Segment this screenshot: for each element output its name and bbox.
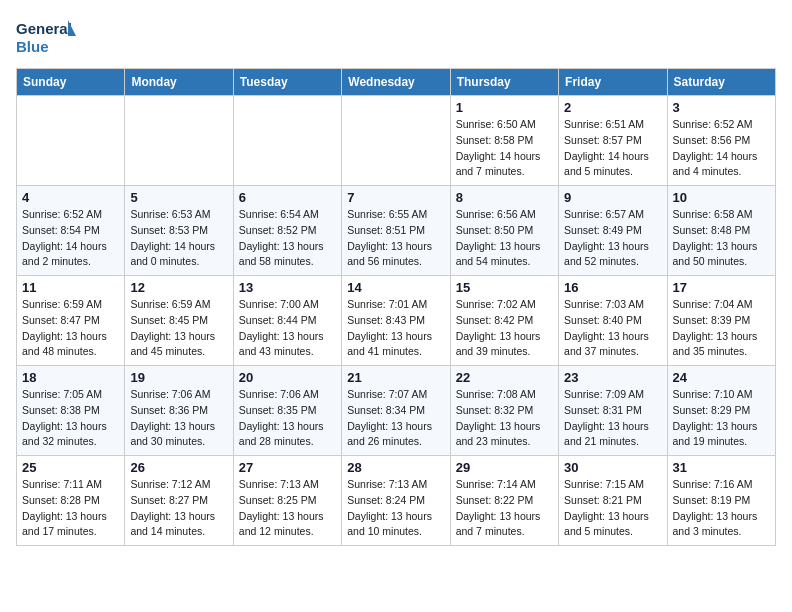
calendar-cell: 25Sunrise: 7:11 AMSunset: 8:28 PMDayligh… [17,456,125,546]
calendar-cell: 21Sunrise: 7:07 AMSunset: 8:34 PMDayligh… [342,366,450,456]
svg-text:General: General [16,20,72,37]
svg-text:Blue: Blue [16,38,49,55]
day-number: 21 [347,370,444,385]
calendar-cell: 16Sunrise: 7:03 AMSunset: 8:40 PMDayligh… [559,276,667,366]
calendar-cell: 27Sunrise: 7:13 AMSunset: 8:25 PMDayligh… [233,456,341,546]
day-number: 19 [130,370,227,385]
calendar-cell: 7Sunrise: 6:55 AMSunset: 8:51 PMDaylight… [342,186,450,276]
logo-icon: GeneralBlue [16,16,76,60]
calendar-cell: 4Sunrise: 6:52 AMSunset: 8:54 PMDaylight… [17,186,125,276]
day-number: 31 [673,460,770,475]
day-number: 24 [673,370,770,385]
day-number: 7 [347,190,444,205]
day-number: 4 [22,190,119,205]
calendar-cell: 18Sunrise: 7:05 AMSunset: 8:38 PMDayligh… [17,366,125,456]
day-number: 29 [456,460,553,475]
calendar-cell: 5Sunrise: 6:53 AMSunset: 8:53 PMDaylight… [125,186,233,276]
day-number: 10 [673,190,770,205]
day-number: 16 [564,280,661,295]
day-number: 11 [22,280,119,295]
day-number: 15 [456,280,553,295]
day-info: Sunrise: 6:50 AMSunset: 8:58 PMDaylight:… [456,117,553,180]
day-info: Sunrise: 7:06 AMSunset: 8:36 PMDaylight:… [130,387,227,450]
day-info: Sunrise: 7:15 AMSunset: 8:21 PMDaylight:… [564,477,661,540]
day-info: Sunrise: 7:16 AMSunset: 8:19 PMDaylight:… [673,477,770,540]
calendar-week-row: 1Sunrise: 6:50 AMSunset: 8:58 PMDaylight… [17,96,776,186]
day-info: Sunrise: 7:03 AMSunset: 8:40 PMDaylight:… [564,297,661,360]
day-info: Sunrise: 7:12 AMSunset: 8:27 PMDaylight:… [130,477,227,540]
calendar-cell: 3Sunrise: 6:52 AMSunset: 8:56 PMDaylight… [667,96,775,186]
day-number: 30 [564,460,661,475]
day-info: Sunrise: 6:51 AMSunset: 8:57 PMDaylight:… [564,117,661,180]
calendar-cell: 19Sunrise: 7:06 AMSunset: 8:36 PMDayligh… [125,366,233,456]
calendar-week-row: 25Sunrise: 7:11 AMSunset: 8:28 PMDayligh… [17,456,776,546]
logo: GeneralBlue [16,16,76,60]
day-info: Sunrise: 7:05 AMSunset: 8:38 PMDaylight:… [22,387,119,450]
calendar-cell: 31Sunrise: 7:16 AMSunset: 8:19 PMDayligh… [667,456,775,546]
calendar-cell: 20Sunrise: 7:06 AMSunset: 8:35 PMDayligh… [233,366,341,456]
calendar-cell [233,96,341,186]
day-number: 18 [22,370,119,385]
day-number: 25 [22,460,119,475]
day-info: Sunrise: 7:06 AMSunset: 8:35 PMDaylight:… [239,387,336,450]
day-info: Sunrise: 6:56 AMSunset: 8:50 PMDaylight:… [456,207,553,270]
calendar-cell: 28Sunrise: 7:13 AMSunset: 8:24 PMDayligh… [342,456,450,546]
day-info: Sunrise: 6:58 AMSunset: 8:48 PMDaylight:… [673,207,770,270]
day-number: 12 [130,280,227,295]
calendar-cell: 10Sunrise: 6:58 AMSunset: 8:48 PMDayligh… [667,186,775,276]
calendar-cell: 29Sunrise: 7:14 AMSunset: 8:22 PMDayligh… [450,456,558,546]
calendar-cell: 24Sunrise: 7:10 AMSunset: 8:29 PMDayligh… [667,366,775,456]
calendar-cell: 30Sunrise: 7:15 AMSunset: 8:21 PMDayligh… [559,456,667,546]
calendar-header-sunday: Sunday [17,69,125,96]
day-info: Sunrise: 7:01 AMSunset: 8:43 PMDaylight:… [347,297,444,360]
day-info: Sunrise: 7:09 AMSunset: 8:31 PMDaylight:… [564,387,661,450]
calendar-cell: 2Sunrise: 6:51 AMSunset: 8:57 PMDaylight… [559,96,667,186]
calendar-cell: 8Sunrise: 6:56 AMSunset: 8:50 PMDaylight… [450,186,558,276]
day-number: 20 [239,370,336,385]
page-header: GeneralBlue [16,16,776,60]
calendar-cell [17,96,125,186]
calendar-header-thursday: Thursday [450,69,558,96]
day-number: 1 [456,100,553,115]
day-info: Sunrise: 6:52 AMSunset: 8:56 PMDaylight:… [673,117,770,180]
day-info: Sunrise: 7:11 AMSunset: 8:28 PMDaylight:… [22,477,119,540]
calendar-cell: 22Sunrise: 7:08 AMSunset: 8:32 PMDayligh… [450,366,558,456]
day-number: 9 [564,190,661,205]
day-number: 2 [564,100,661,115]
day-info: Sunrise: 7:04 AMSunset: 8:39 PMDaylight:… [673,297,770,360]
day-number: 28 [347,460,444,475]
day-number: 22 [456,370,553,385]
day-number: 23 [564,370,661,385]
day-info: Sunrise: 7:13 AMSunset: 8:24 PMDaylight:… [347,477,444,540]
calendar-cell: 23Sunrise: 7:09 AMSunset: 8:31 PMDayligh… [559,366,667,456]
calendar-table: SundayMondayTuesdayWednesdayThursdayFrid… [16,68,776,546]
day-number: 14 [347,280,444,295]
day-number: 5 [130,190,227,205]
day-info: Sunrise: 7:13 AMSunset: 8:25 PMDaylight:… [239,477,336,540]
day-info: Sunrise: 6:55 AMSunset: 8:51 PMDaylight:… [347,207,444,270]
day-info: Sunrise: 7:08 AMSunset: 8:32 PMDaylight:… [456,387,553,450]
calendar-header-monday: Monday [125,69,233,96]
day-info: Sunrise: 6:57 AMSunset: 8:49 PMDaylight:… [564,207,661,270]
day-info: Sunrise: 6:59 AMSunset: 8:47 PMDaylight:… [22,297,119,360]
day-info: Sunrise: 7:07 AMSunset: 8:34 PMDaylight:… [347,387,444,450]
calendar-cell: 6Sunrise: 6:54 AMSunset: 8:52 PMDaylight… [233,186,341,276]
calendar-cell: 13Sunrise: 7:00 AMSunset: 8:44 PMDayligh… [233,276,341,366]
day-number: 27 [239,460,336,475]
calendar-header-row: SundayMondayTuesdayWednesdayThursdayFrid… [17,69,776,96]
calendar-cell: 15Sunrise: 7:02 AMSunset: 8:42 PMDayligh… [450,276,558,366]
day-number: 6 [239,190,336,205]
calendar-cell: 11Sunrise: 6:59 AMSunset: 8:47 PMDayligh… [17,276,125,366]
calendar-cell [342,96,450,186]
calendar-cell: 9Sunrise: 6:57 AMSunset: 8:49 PMDaylight… [559,186,667,276]
calendar-header-friday: Friday [559,69,667,96]
day-number: 13 [239,280,336,295]
calendar-cell: 14Sunrise: 7:01 AMSunset: 8:43 PMDayligh… [342,276,450,366]
calendar-cell: 26Sunrise: 7:12 AMSunset: 8:27 PMDayligh… [125,456,233,546]
calendar-cell [125,96,233,186]
day-number: 3 [673,100,770,115]
day-number: 8 [456,190,553,205]
calendar-header-tuesday: Tuesday [233,69,341,96]
day-info: Sunrise: 7:10 AMSunset: 8:29 PMDaylight:… [673,387,770,450]
calendar-cell: 1Sunrise: 6:50 AMSunset: 8:58 PMDaylight… [450,96,558,186]
